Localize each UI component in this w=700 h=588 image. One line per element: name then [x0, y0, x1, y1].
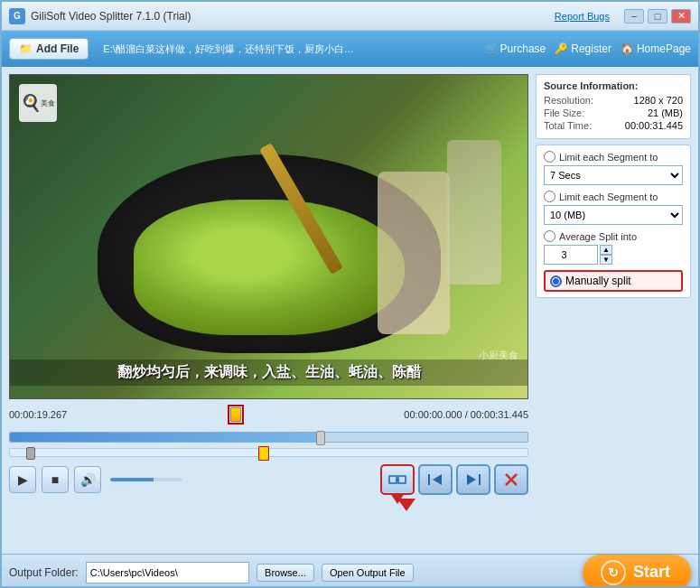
home-icon: 🏠 — [621, 42, 634, 55]
register-link[interactable]: 🔑 Register — [555, 42, 611, 55]
go-start-icon — [427, 471, 443, 488]
segment-size-radio-label[interactable]: Limit each Segment to — [544, 191, 683, 202]
go-end-icon — [465, 471, 481, 488]
subtitle-text: 翻炒均匀后，来调味，入盐、生油、蚝油、陈醋 — [10, 359, 527, 386]
clear-icon — [503, 471, 519, 488]
output-folder-label: Output Folder: — [9, 566, 79, 579]
browse-button[interactable]: Browse... — [257, 564, 314, 582]
right-panel: Source Information: Resolution: 1280 x 7… — [536, 74, 691, 546]
seekbar-progress — [10, 433, 321, 442]
video-thumbnail — [10, 75, 527, 398]
filesize-label: File Size: — [544, 107, 584, 118]
time-display-row: 00:00:19.267 00:00:00.000 / 00:00:31.445 — [9, 403, 528, 426]
resolution-row: Resolution: 1280 x 720 — [544, 95, 683, 106]
average-split-input[interactable] — [544, 245, 598, 265]
split-position-marker[interactable] — [258, 446, 269, 461]
window-controls: − □ ✕ — [624, 9, 691, 23]
spin-buttons: ▲ ▼ — [600, 245, 612, 265]
titlebar: G GiliSoft Video Splitter 7.1.0 (Trial) … — [2, 2, 698, 31]
manually-split-option[interactable]: Manually split — [544, 270, 683, 292]
seekbar[interactable] — [9, 432, 528, 443]
resolution-value: 1280 x 720 — [634, 95, 683, 106]
stop-icon: ■ — [51, 472, 59, 487]
add-split-point-button[interactable] — [380, 464, 415, 495]
source-info-title: Source Information: — [544, 80, 683, 91]
volume-button[interactable]: 🔊 — [74, 466, 101, 493]
split-marker-icon — [230, 407, 241, 422]
totaltime-value: 00:00:31.445 — [625, 120, 683, 131]
segment-size-option: Limit each Segment to 10 (MB) 20 (MB) 50… — [544, 191, 683, 225]
toolbar-right: 🛒 Purchase 🔑 Register 🏠 HomePage — [484, 42, 691, 55]
average-split-radio[interactable] — [544, 230, 555, 242]
segment-time-option: Limit each Segment to 7 Secs 10 Secs 15 … — [544, 151, 683, 185]
toolbar: 📁 Add File E:\醋溜白菜这样做，好吃到爆，还特别下饭，厨房小白都能做… — [2, 31, 698, 67]
split-total-time: 00:00:00.000 / 00:00:31.445 — [404, 409, 528, 420]
video-player: 🍳 美食 小厨美食 翻炒均匀后，来调味，入盐、生油、蚝油、陈醋 — [9, 74, 528, 399]
source-info-panel: Source Information: Resolution: 1280 x 7… — [536, 74, 691, 139]
start-button[interactable]: ↻ Start — [583, 555, 691, 589]
close-button[interactable]: ✕ — [671, 9, 691, 23]
average-split-option: Average Split into ▲ ▼ — [544, 230, 683, 265]
volume-icon: 🔊 — [80, 472, 96, 487]
segment-time-radio[interactable] — [544, 151, 555, 163]
add-file-icon: 📁 — [19, 42, 33, 55]
add-file-button[interactable]: 📁 Add File — [9, 38, 89, 60]
filesize-value: 21 (MB) — [648, 107, 683, 118]
output-path-input[interactable] — [86, 562, 249, 583]
filepath-display: E:\醋溜白菜这样做，好吃到爆，还特别下饭，厨房小白都能做出来！(00003 — [103, 42, 356, 56]
split-bar[interactable] — [9, 448, 528, 457]
split-marker-highlight — [228, 405, 244, 425]
register-icon: 🔑 — [555, 42, 568, 55]
spin-down-button[interactable]: ▼ — [600, 255, 612, 265]
go-to-end-button[interactable] — [456, 464, 490, 495]
homepage-link[interactable]: 🏠 HomePage — [621, 42, 691, 55]
play-button[interactable]: ▶ — [9, 466, 36, 493]
start-icon: ↻ — [601, 560, 626, 585]
svg-rect-1 — [398, 476, 406, 483]
video-area: 🍳 美食 小厨美食 翻炒均匀后，来调味，入盐、生油、蚝油、陈醋 00:00:19… — [9, 74, 528, 546]
filesize-row: File Size: 21 (MB) — [544, 107, 683, 118]
open-output-button[interactable]: Open Output File — [322, 564, 414, 582]
controls-row: ▶ ■ 🔊 — [9, 464, 528, 495]
segment-size-select-row: 10 (MB) 20 (MB) 50 (MB) — [544, 205, 683, 225]
app-icon-letter: G — [14, 11, 21, 21]
go-to-start-button[interactable] — [418, 464, 453, 495]
channel-logo: 🍳 美食 — [19, 84, 57, 122]
minimize-button[interactable]: − — [624, 9, 644, 23]
maximize-button[interactable]: □ — [648, 9, 667, 23]
spin-up-button[interactable]: ▲ — [600, 245, 612, 255]
clear-splits-button[interactable] — [494, 464, 528, 495]
svg-marker-8 — [467, 474, 476, 485]
arrow-down-indicator — [397, 499, 415, 511]
segment-size-radio[interactable] — [544, 191, 555, 202]
manually-split-radio[interactable] — [550, 275, 562, 287]
stop-button[interactable]: ■ — [42, 466, 69, 493]
app-title: GiliSoft Video Splitter 7.1.0 (Trial) — [31, 10, 555, 23]
cart-icon: 🛒 — [484, 42, 498, 55]
segment-time-select-row: 7 Secs 10 Secs 15 Secs 30 Secs — [544, 165, 683, 185]
purchase-link[interactable]: 🛒 Purchase — [484, 42, 546, 55]
svg-marker-6 — [433, 474, 442, 485]
segment-time-radio-label[interactable]: Limit each Segment to — [544, 151, 683, 163]
radio-selected-indicator — [553, 278, 559, 285]
split-options-panel: Limit each Segment to 7 Secs 10 Secs 15 … — [536, 145, 691, 298]
manually-split-label: Manually split — [565, 275, 631, 287]
split-bar-thumb[interactable] — [26, 447, 35, 460]
main-content: 🍳 美食 小厨美食 翻炒均匀后，来调味，入盐、生油、蚝油、陈醋 00:00:19… — [2, 67, 698, 554]
volume-slider[interactable] — [110, 478, 182, 481]
segment-time-select[interactable]: 7 Secs 10 Secs 15 Secs 30 Secs — [544, 165, 683, 185]
segment-size-select[interactable]: 10 (MB) 20 (MB) 50 (MB) — [544, 205, 683, 225]
seekbar-thumb[interactable] — [316, 431, 325, 445]
totaltime-row: Total Time: 00:00:31.445 — [544, 120, 683, 131]
svg-rect-0 — [389, 476, 397, 483]
play-icon: ▶ — [18, 472, 28, 487]
split-controls-group — [380, 464, 528, 495]
current-time: 00:00:19.267 — [9, 409, 67, 420]
report-bugs-link[interactable]: Report Bugs — [555, 11, 610, 22]
resolution-label: Resolution: — [544, 95, 593, 106]
app-icon: G — [9, 8, 25, 24]
totaltime-label: Total Time: — [544, 120, 592, 131]
bottom-bar: Output Folder: Browse... Open Output Fil… — [2, 554, 698, 588]
average-split-radio-label[interactable]: Average Split into — [544, 230, 683, 242]
split-add-icon — [388, 471, 406, 489]
